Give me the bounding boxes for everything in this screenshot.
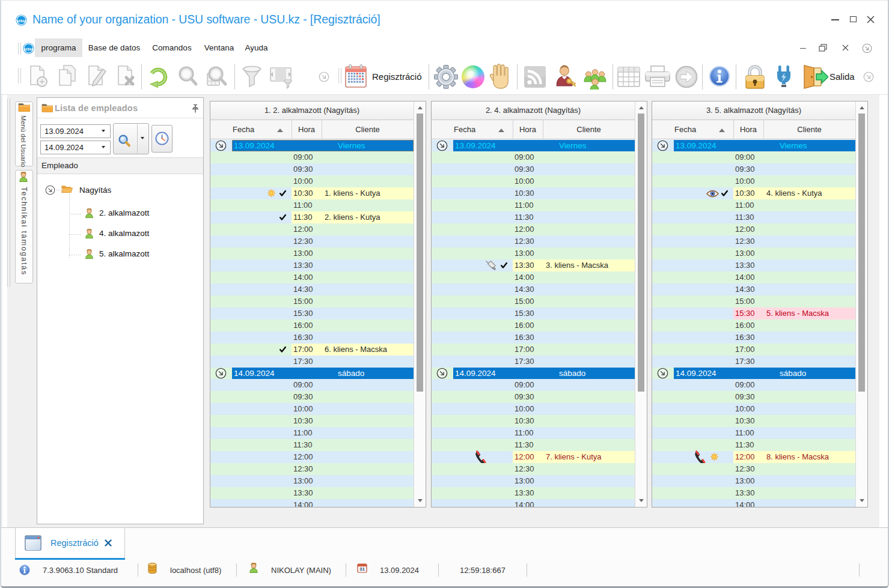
svg-text:usu: usu	[17, 18, 25, 23]
svg-text:31: 31	[359, 566, 365, 572]
svg-text:usu: usu	[24, 46, 32, 52]
